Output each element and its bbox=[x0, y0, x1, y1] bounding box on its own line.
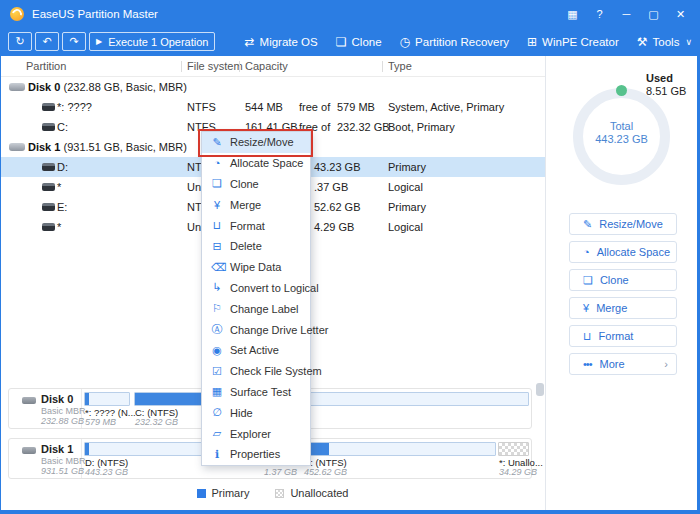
capacity-free: 544 MB bbox=[245, 97, 283, 117]
menu-item-change-drive-letter[interactable]: ⒶChange Drive Letter bbox=[202, 319, 310, 340]
app-logo-icon bbox=[10, 7, 24, 21]
execute-label: Execute 1 Operation bbox=[108, 36, 208, 48]
menu-item-properties[interactable]: ℹProperties bbox=[202, 444, 310, 465]
partition-type: Primary bbox=[388, 157, 426, 177]
wipe-data-icon: ⌫ bbox=[211, 261, 223, 274]
menu-item-change-label[interactable]: ⚐Change Label bbox=[202, 298, 310, 319]
redo-button[interactable]: ↷ bbox=[62, 32, 86, 51]
menu-item-hide[interactable]: ∅Hide bbox=[202, 402, 310, 423]
toolbar-label: Tools bbox=[653, 36, 680, 48]
partition-recovery-icon: ◷ bbox=[400, 35, 410, 49]
window-controls: ▦?─▢✕ bbox=[563, 5, 690, 23]
disk-name: Disk 0 bbox=[41, 393, 73, 405]
disk-drive-icon bbox=[22, 397, 36, 404]
partition-block-n[interactable] bbox=[84, 392, 130, 406]
capacity-fragment: 43.23 GB bbox=[314, 157, 360, 177]
app-window: EaseUS Partition Master ▦?─▢✕ ↻↶↷▶Execut… bbox=[0, 0, 700, 514]
menu-item-convert-to-logical[interactable]: ↳Convert to Logical bbox=[202, 278, 310, 299]
menu-item-merge[interactable]: ¥Merge bbox=[202, 194, 310, 215]
partition-block-size: 232.32 GB bbox=[135, 417, 178, 427]
tools-icon: ⚒ bbox=[637, 35, 648, 49]
menu-item-check-file-system[interactable]: ☑Check File System bbox=[202, 361, 310, 382]
partition-icon bbox=[42, 163, 55, 171]
primary-swatch bbox=[197, 489, 206, 498]
menu-item-delete[interactable]: ⊟Delete bbox=[202, 236, 310, 257]
execute-operation-button[interactable]: ▶Execute 1 Operation bbox=[89, 32, 215, 51]
sidebar-button-more[interactable]: •••More› bbox=[569, 353, 677, 375]
menu-item-surface-test[interactable]: ▦Surface Test bbox=[202, 382, 310, 403]
disk-size: 232.88 GB bbox=[41, 416, 84, 426]
column-separator bbox=[239, 61, 240, 72]
button-label: Resize/Move bbox=[599, 218, 663, 230]
capacity-fragment: .37 GB bbox=[314, 177, 348, 197]
clone-icon: ❏ bbox=[336, 35, 347, 49]
change-label-icon: ⚐ bbox=[211, 302, 223, 315]
sidebar-button-format[interactable]: ⊔Format bbox=[569, 325, 677, 347]
toolbar-item-winpe-creator[interactable]: ⊞WinPE Creator bbox=[527, 35, 619, 49]
undo-button[interactable]: ↶ bbox=[35, 32, 59, 51]
partition-icon bbox=[42, 183, 55, 191]
disk-size: 931.51 GB bbox=[41, 466, 84, 476]
partition-icon bbox=[42, 103, 55, 111]
app-title: EaseUS Partition Master bbox=[32, 8, 158, 20]
toolbar-label: WinPE Creator bbox=[542, 36, 619, 48]
menu-item-set-active[interactable]: ◉Set Active bbox=[202, 340, 310, 361]
maximize-icon[interactable]: ▢ bbox=[644, 5, 663, 23]
disk-detail: (232.88 GB, Basic, MBR) bbox=[60, 81, 187, 93]
view-grid-icon[interactable]: ▦ bbox=[563, 5, 582, 23]
button-label: More bbox=[600, 358, 625, 370]
menu-item-wipe-data[interactable]: ⌫Wipe Data bbox=[202, 257, 310, 278]
partition-type: System, Active, Primary bbox=[388, 97, 504, 117]
partition-row-item-1[interactable]: *: ????NTFS544 MBfree of579 MBSystem, Ac… bbox=[0, 97, 545, 117]
disk-drive-icon bbox=[9, 143, 25, 151]
close-icon[interactable]: ✕ bbox=[671, 5, 690, 23]
scrollbar-thumb[interactable] bbox=[536, 383, 544, 396]
legend: PrimaryUnallocated bbox=[0, 487, 545, 499]
sidebar-button-allocate-space[interactable]: ◔Allocate Space bbox=[569, 241, 677, 263]
minimize-icon[interactable]: ─ bbox=[617, 5, 636, 23]
chevron-down-icon: ∨ bbox=[685, 37, 692, 47]
menu-item-label: Change Drive Letter bbox=[230, 324, 328, 336]
sidebar-button-merge[interactable]: ¥Merge bbox=[569, 297, 677, 319]
legend-item-primary: Primary bbox=[197, 487, 250, 499]
used-space-fill bbox=[85, 443, 89, 455]
format-icon: ⊔ bbox=[583, 330, 591, 343]
menu-item-label: Properties bbox=[230, 448, 280, 460]
partition-block-size: 1.37 GB bbox=[264, 467, 297, 477]
menu-item-label: Merge bbox=[230, 199, 261, 211]
sidebar-button-resize-move[interactable]: ✎Resize/Move bbox=[569, 213, 677, 235]
help-icon[interactable]: ? bbox=[590, 5, 609, 23]
capacity-free-of-label: free of bbox=[299, 97, 330, 117]
refresh-button[interactable]: ↻ bbox=[8, 32, 32, 51]
menu-item-clone[interactable]: ❏Clone bbox=[202, 174, 310, 195]
partition-block-e-ntfs[interactable] bbox=[303, 442, 496, 456]
toolbar-item-partition-recovery[interactable]: ◷Partition Recovery bbox=[400, 35, 509, 49]
partition-block-c-ntfs[interactable] bbox=[134, 392, 529, 406]
menu-item-format[interactable]: ⊔Format bbox=[202, 215, 310, 236]
toolbar-item-clone[interactable]: ❏Clone bbox=[336, 35, 382, 49]
used-marker-dot bbox=[616, 85, 627, 96]
disk-label: Disk 0 (232.88 GB, Basic, MBR) bbox=[28, 77, 187, 97]
used-value: 8.51 GB bbox=[646, 85, 686, 98]
column-header-partition: Partition bbox=[26, 60, 66, 72]
column-separator bbox=[382, 61, 383, 72]
menu-item-explorer[interactable]: ▱Explorer bbox=[202, 423, 310, 444]
toolbar-label: Migrate OS bbox=[260, 36, 318, 48]
toolbar-item-tools[interactable]: ⚒Tools∨ bbox=[637, 35, 692, 49]
disk-card-label: Disk 0Basic MBR232.88 GB bbox=[9, 389, 82, 428]
winpe-creator-icon: ⊞ bbox=[527, 35, 537, 49]
sidebar-button-clone[interactable]: ❏Clone bbox=[569, 269, 677, 291]
used-space-fill bbox=[85, 393, 89, 405]
set-active-icon: ◉ bbox=[211, 344, 223, 357]
migrate-os-icon: ⇄ bbox=[245, 35, 255, 49]
menu-item-label: Clone bbox=[230, 178, 259, 190]
partition-block-unallo[interactable] bbox=[498, 442, 529, 456]
partition-name: D: bbox=[57, 157, 68, 177]
disk-name: Disk 1 bbox=[28, 141, 60, 153]
disk-group-row-disk-0-0[interactable]: Disk 0 (232.88 GB, Basic, MBR) bbox=[0, 77, 545, 97]
toolbar-item-migrate-os[interactable]: ⇄Migrate OS bbox=[245, 35, 318, 49]
disk-name: Disk 1 bbox=[41, 443, 73, 455]
used-label: Used bbox=[646, 72, 686, 85]
toolbar-label: Partition Recovery bbox=[415, 36, 509, 48]
capacity-total: 232.32 GB bbox=[337, 117, 390, 137]
